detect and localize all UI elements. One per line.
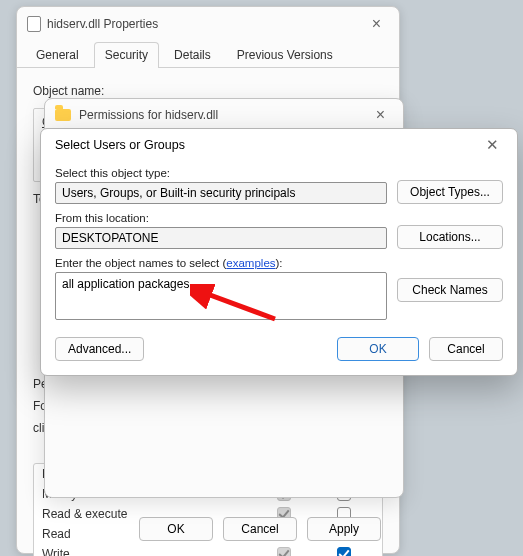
- close-icon[interactable]: ×: [368, 102, 393, 128]
- cancel-button[interactable]: Cancel: [429, 337, 503, 361]
- properties-title: hidserv.dll Properties: [47, 17, 364, 31]
- close-icon[interactable]: ✕: [478, 132, 507, 158]
- names-label-suffix: ):: [276, 257, 283, 269]
- object-names-input[interactable]: [55, 272, 387, 320]
- perm-row: Write: [34, 544, 382, 556]
- dialog-titlebar: Select Users or Groups ✕: [41, 129, 517, 161]
- advanced-button[interactable]: Advanced...: [55, 337, 144, 361]
- properties-titlebar: hidserv.dll Properties ×: [17, 7, 399, 41]
- properties-buttons: OK Cancel Apply: [17, 517, 399, 541]
- object-type-field: [55, 182, 387, 204]
- location-label: From this location:: [55, 212, 387, 224]
- file-icon: [27, 16, 41, 32]
- object-names-row: Enter the object names to select (exampl…: [55, 257, 503, 323]
- location-field: [55, 227, 387, 249]
- tab-general[interactable]: General: [25, 42, 90, 68]
- dialog-footer: Advanced... OK Cancel: [41, 331, 517, 371]
- perm-label: Write: [42, 547, 254, 556]
- dialog-body: Select this object type: Object Types...…: [41, 161, 517, 323]
- properties-tabs: General Security Details Previous Versio…: [17, 41, 399, 68]
- permissions-title: Permissions for hidserv.dll: [79, 108, 368, 122]
- cancel-button[interactable]: Cancel: [223, 517, 297, 541]
- permissions-titlebar: Permissions for hidserv.dll ×: [45, 99, 403, 131]
- examples-link[interactable]: examples: [226, 257, 275, 269]
- object-type-row: Select this object type: Object Types...: [55, 167, 503, 204]
- apply-button[interactable]: Apply: [307, 517, 381, 541]
- locations-button[interactable]: Locations...: [397, 225, 503, 249]
- names-label-prefix: Enter the object names to select (: [55, 257, 226, 269]
- object-name-row: Object name:: [33, 84, 383, 98]
- allow-checkbox[interactable]: [277, 547, 291, 556]
- ok-button[interactable]: OK: [139, 517, 213, 541]
- tab-security[interactable]: Security: [94, 42, 159, 68]
- ok-button[interactable]: OK: [337, 337, 419, 361]
- object-type-label: Select this object type:: [55, 167, 387, 179]
- select-users-dialog: Select Users or Groups ✕ Select this obj…: [40, 128, 518, 376]
- check-names-button[interactable]: Check Names: [397, 278, 503, 302]
- folder-icon: [55, 109, 71, 121]
- tab-details[interactable]: Details: [163, 42, 222, 68]
- object-names-label: Enter the object names to select (exampl…: [55, 257, 387, 269]
- object-types-button[interactable]: Object Types...: [397, 180, 503, 204]
- tab-previous-versions[interactable]: Previous Versions: [226, 42, 344, 68]
- object-name-label: Object name:: [33, 84, 104, 98]
- dialog-title: Select Users or Groups: [55, 138, 185, 152]
- deny-checkbox[interactable]: [337, 547, 351, 556]
- close-icon[interactable]: ×: [364, 11, 389, 37]
- location-row: From this location: Locations...: [55, 212, 503, 249]
